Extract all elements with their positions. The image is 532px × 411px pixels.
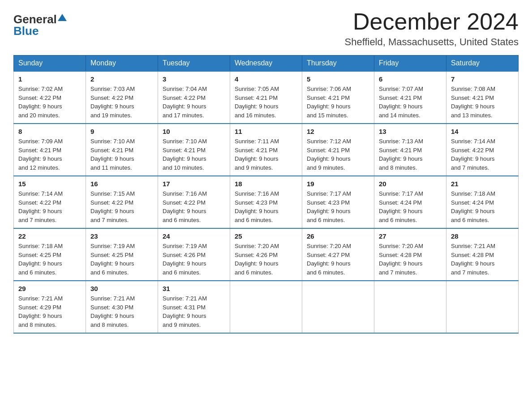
day-number: 11 xyxy=(235,128,297,135)
day-info: Sunrise: 7:21 AMSunset: 4:28 PMDaylight:… xyxy=(451,242,514,277)
day-info: Sunrise: 7:21 AMSunset: 4:29 PMDaylight:… xyxy=(18,294,81,329)
calendar-cell: 10Sunrise: 7:10 AMSunset: 4:21 PMDayligh… xyxy=(158,124,230,176)
calendar-cell: 26Sunrise: 7:20 AMSunset: 4:27 PMDayligh… xyxy=(302,228,374,281)
day-number: 20 xyxy=(379,180,442,188)
day-number: 30 xyxy=(90,285,153,292)
day-info: Sunrise: 7:16 AMSunset: 4:22 PMDaylight:… xyxy=(163,189,225,224)
day-info: Sunrise: 7:19 AMSunset: 4:26 PMDaylight:… xyxy=(163,242,225,277)
logo-general: General xyxy=(13,13,57,25)
calendar-cell: 4Sunrise: 7:05 AMSunset: 4:21 PMDaylight… xyxy=(230,71,302,124)
day-number: 12 xyxy=(307,128,369,135)
day-info: Sunrise: 7:20 AMSunset: 4:28 PMDaylight:… xyxy=(379,242,442,277)
day-info: Sunrise: 7:14 AMSunset: 4:22 PMDaylight:… xyxy=(451,137,514,172)
week-row-2: 8Sunrise: 7:09 AMSunset: 4:21 PMDaylight… xyxy=(14,124,519,176)
day-info: Sunrise: 7:05 AMSunset: 4:21 PMDaylight:… xyxy=(235,85,297,120)
day-number: 22 xyxy=(18,232,81,240)
calendar-cell xyxy=(446,281,519,333)
day-number: 9 xyxy=(90,128,153,135)
day-info: Sunrise: 7:03 AMSunset: 4:22 PMDaylight:… xyxy=(90,85,153,120)
day-info: Sunrise: 7:17 AMSunset: 4:23 PMDaylight:… xyxy=(307,189,369,224)
calendar-cell: 8Sunrise: 7:09 AMSunset: 4:21 PMDaylight… xyxy=(14,124,86,176)
day-number: 24 xyxy=(163,232,225,240)
day-info: Sunrise: 7:14 AMSunset: 4:22 PMDaylight:… xyxy=(18,189,81,224)
day-number: 15 xyxy=(18,180,81,188)
calendar-cell: 9Sunrise: 7:10 AMSunset: 4:21 PMDaylight… xyxy=(86,124,158,176)
day-info: Sunrise: 7:16 AMSunset: 4:23 PMDaylight:… xyxy=(235,189,297,224)
day-info: Sunrise: 7:21 AMSunset: 4:31 PMDaylight:… xyxy=(163,294,225,329)
calendar-cell: 22Sunrise: 7:18 AMSunset: 4:25 PMDayligh… xyxy=(14,228,86,281)
day-info: Sunrise: 7:10 AMSunset: 4:21 PMDaylight:… xyxy=(90,137,153,172)
day-number: 17 xyxy=(163,180,225,188)
calendar-cell: 31Sunrise: 7:21 AMSunset: 4:31 PMDayligh… xyxy=(158,281,230,333)
title-area: December 2024 Sheffield, Massachusetts, … xyxy=(345,9,519,48)
day-info: Sunrise: 7:21 AMSunset: 4:30 PMDaylight:… xyxy=(90,294,153,329)
day-number: 6 xyxy=(379,75,442,83)
calendar-cell xyxy=(302,281,374,333)
calendar-cell: 12Sunrise: 7:12 AMSunset: 4:21 PMDayligh… xyxy=(302,124,374,176)
day-info: Sunrise: 7:11 AMSunset: 4:21 PMDaylight:… xyxy=(235,137,297,172)
day-number: 1 xyxy=(18,75,81,83)
header-sunday: Sunday xyxy=(14,56,86,72)
calendar-cell: 20Sunrise: 7:17 AMSunset: 4:24 PMDayligh… xyxy=(374,176,446,228)
calendar-cell xyxy=(230,281,302,333)
day-number: 16 xyxy=(90,180,153,188)
calendar-cell: 21Sunrise: 7:18 AMSunset: 4:24 PMDayligh… xyxy=(446,176,519,228)
header-thursday: Thursday xyxy=(302,56,374,72)
day-info: Sunrise: 7:04 AMSunset: 4:22 PMDaylight:… xyxy=(163,85,225,120)
page-header: General Blue December 2024 Sheffield, Ma… xyxy=(13,9,519,48)
week-row-5: 29Sunrise: 7:21 AMSunset: 4:29 PMDayligh… xyxy=(14,281,519,333)
day-number: 13 xyxy=(379,128,442,135)
calendar-cell: 11Sunrise: 7:11 AMSunset: 4:21 PMDayligh… xyxy=(230,124,302,176)
logo-triangle-icon xyxy=(58,14,67,21)
header-friday: Friday xyxy=(374,56,446,72)
day-number: 29 xyxy=(18,285,81,292)
calendar-cell: 3Sunrise: 7:04 AMSunset: 4:22 PMDaylight… xyxy=(158,71,230,124)
day-number: 26 xyxy=(307,232,369,240)
day-number: 14 xyxy=(451,128,514,135)
day-info: Sunrise: 7:20 AMSunset: 4:27 PMDaylight:… xyxy=(307,242,369,277)
logo: General Blue xyxy=(13,9,67,37)
calendar-cell: 16Sunrise: 7:15 AMSunset: 4:22 PMDayligh… xyxy=(86,176,158,228)
day-number: 31 xyxy=(163,285,225,292)
day-info: Sunrise: 7:07 AMSunset: 4:21 PMDaylight:… xyxy=(379,85,442,120)
day-number: 18 xyxy=(235,180,297,188)
calendar-cell: 6Sunrise: 7:07 AMSunset: 4:21 PMDaylight… xyxy=(374,71,446,124)
day-number: 27 xyxy=(379,232,442,240)
calendar-cell: 1Sunrise: 7:02 AMSunset: 4:22 PMDaylight… xyxy=(14,71,86,124)
day-info: Sunrise: 7:02 AMSunset: 4:22 PMDaylight:… xyxy=(18,85,81,120)
header-monday: Monday xyxy=(86,56,158,72)
month-year-title: December 2024 xyxy=(345,9,519,34)
day-info: Sunrise: 7:10 AMSunset: 4:21 PMDaylight:… xyxy=(163,137,225,172)
day-number: 4 xyxy=(235,75,297,83)
day-number: 2 xyxy=(90,75,153,83)
day-info: Sunrise: 7:15 AMSunset: 4:22 PMDaylight:… xyxy=(90,189,153,224)
week-row-3: 15Sunrise: 7:14 AMSunset: 4:22 PMDayligh… xyxy=(14,176,519,228)
day-number: 25 xyxy=(235,232,297,240)
calendar-header-row: SundayMondayTuesdayWednesdayThursdayFrid… xyxy=(14,56,519,72)
day-number: 28 xyxy=(451,232,514,240)
day-info: Sunrise: 7:20 AMSunset: 4:26 PMDaylight:… xyxy=(235,242,297,277)
week-row-4: 22Sunrise: 7:18 AMSunset: 4:25 PMDayligh… xyxy=(14,228,519,281)
calendar-cell: 28Sunrise: 7:21 AMSunset: 4:28 PMDayligh… xyxy=(446,228,519,281)
day-info: Sunrise: 7:06 AMSunset: 4:21 PMDaylight:… xyxy=(307,85,369,120)
day-info: Sunrise: 7:17 AMSunset: 4:24 PMDaylight:… xyxy=(379,189,442,224)
calendar-cell: 5Sunrise: 7:06 AMSunset: 4:21 PMDaylight… xyxy=(302,71,374,124)
calendar-cell: 18Sunrise: 7:16 AMSunset: 4:23 PMDayligh… xyxy=(230,176,302,228)
day-number: 10 xyxy=(163,128,225,135)
day-number: 23 xyxy=(90,232,153,240)
calendar-cell xyxy=(374,281,446,333)
calendar-cell: 15Sunrise: 7:14 AMSunset: 4:22 PMDayligh… xyxy=(14,176,86,228)
calendar-cell: 25Sunrise: 7:20 AMSunset: 4:26 PMDayligh… xyxy=(230,228,302,281)
calendar-cell: 14Sunrise: 7:14 AMSunset: 4:22 PMDayligh… xyxy=(446,124,519,176)
calendar-cell: 23Sunrise: 7:19 AMSunset: 4:25 PMDayligh… xyxy=(86,228,158,281)
header-tuesday: Tuesday xyxy=(158,56,230,72)
day-number: 3 xyxy=(163,75,225,83)
day-info: Sunrise: 7:13 AMSunset: 4:21 PMDaylight:… xyxy=(379,137,442,172)
day-number: 5 xyxy=(307,75,369,83)
logo-blue: Blue xyxy=(13,25,39,37)
week-row-1: 1Sunrise: 7:02 AMSunset: 4:22 PMDaylight… xyxy=(14,71,519,124)
day-number: 21 xyxy=(451,180,514,188)
day-info: Sunrise: 7:18 AMSunset: 4:25 PMDaylight:… xyxy=(18,242,81,277)
day-info: Sunrise: 7:09 AMSunset: 4:21 PMDaylight:… xyxy=(18,137,81,172)
calendar-cell: 2Sunrise: 7:03 AMSunset: 4:22 PMDaylight… xyxy=(86,71,158,124)
